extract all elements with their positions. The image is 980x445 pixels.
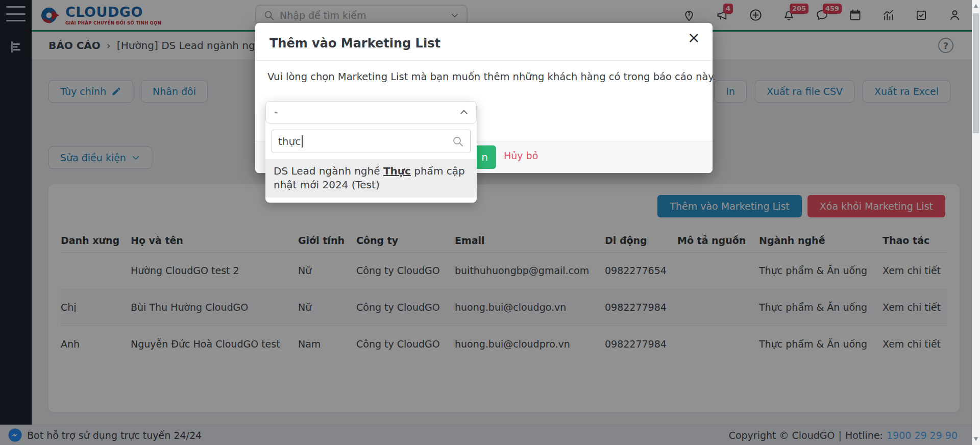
- option-highlight: Thực: [383, 165, 411, 177]
- dropdown-search-input[interactable]: thực: [272, 130, 471, 153]
- add-to-marketing-list-modal: Thêm vào Marketing List × Vui lòng chọn …: [255, 23, 713, 173]
- text-cursor: [302, 135, 303, 147]
- option-prefix: DS Lead ngành nghề: [274, 165, 383, 177]
- marketing-list-select-dropdown: - thực DS Lead ngành nghề Thực phẩm cập …: [265, 101, 477, 203]
- dropdown-option[interactable]: DS Lead ngành nghề Thực phẩm cập nhật mớ…: [265, 159, 477, 197]
- scrollbar-up-arrow[interactable]: [974, 4, 978, 8]
- chevron-up-icon: [459, 107, 469, 117]
- select-value: -: [274, 106, 278, 118]
- page-scrollbar[interactable]: [972, 0, 980, 445]
- scrollbar-thumb[interactable]: [973, 13, 979, 133]
- cancel-button[interactable]: Hủy bỏ: [504, 150, 538, 161]
- search-icon: [452, 135, 464, 147]
- close-icon[interactable]: ×: [688, 30, 700, 45]
- modal-title: Thêm vào Marketing List: [270, 36, 440, 51]
- modal-description: Vui lòng chọn Marketing List mà bạn muốn…: [267, 71, 716, 83]
- modal-divider: [255, 60, 713, 61]
- dropdown-search-value: thực: [278, 135, 301, 147]
- marketing-list-select[interactable]: -: [265, 101, 477, 123]
- scrollbar-down-arrow[interactable]: [974, 437, 978, 441]
